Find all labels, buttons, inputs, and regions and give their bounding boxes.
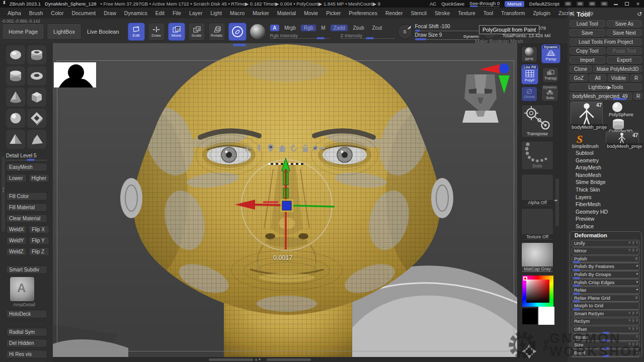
axes-badge[interactable]: x y z	[629, 342, 638, 345]
ui-palette-icon[interactable]	[577, 2, 584, 6]
nav-arrows-widget[interactable]	[522, 344, 536, 358]
primitive-pyramid-b-button[interactable]	[27, 130, 46, 149]
menu-texture[interactable]: Texture	[454, 9, 478, 17]
primitive-sphere-button[interactable]	[6, 109, 25, 128]
material-slot[interactable]: MatCap Gray	[521, 242, 553, 273]
menus-button[interactable]: Menus	[505, 1, 524, 7]
fill-material-button[interactable]: Fill Material	[6, 203, 47, 212]
primitive-cone-button[interactable]	[6, 87, 25, 107]
gizmo-location-icon[interactable]	[266, 144, 275, 153]
primitive-pyramid-a-button[interactable]	[6, 130, 25, 149]
deform-polish[interactable]: Polish○	[572, 255, 640, 263]
primitive-cylinder-button[interactable]	[6, 66, 25, 85]
export-button[interactable]: Export	[607, 56, 642, 64]
section-slime-bridge[interactable]: Slime Bridge	[570, 179, 642, 187]
menu-render[interactable]: Render	[382, 9, 406, 17]
home-page-button[interactable]: Home Page	[2, 24, 44, 40]
lightbox-button[interactable]: LightBox	[47, 24, 82, 40]
menu-macro[interactable]: Macro	[226, 9, 248, 17]
zadd-button[interactable]: Zadd	[331, 25, 348, 31]
section-geometry-hd[interactable]: Geometry HD	[570, 209, 642, 216]
zcut-button[interactable]: Zcut	[369, 25, 385, 31]
menu-zscript[interactable]: Zscript	[555, 9, 578, 17]
section-surface[interactable]: Surface	[570, 223, 642, 231]
load-tools-from-project-button[interactable]: Load Tools From Project	[570, 38, 642, 46]
copy-tool-button[interactable]: Copy Tool	[570, 47, 605, 55]
menu-document[interactable]: Document	[68, 9, 99, 17]
deform-polish-by-groups[interactable]: Polish By Groups•	[572, 271, 640, 279]
deformation-title[interactable]: Deformation	[572, 232, 640, 240]
save-button[interactable]: Save	[570, 29, 605, 37]
stroke-dial[interactable]: S	[397, 24, 413, 39]
deform-bend[interactable]: Bendz	[572, 349, 640, 357]
weldy-button[interactable]: WeldY	[6, 236, 27, 245]
solo-button[interactable]: Dynamic Solo	[541, 84, 558, 102]
texture-slot[interactable]: Texture Off	[521, 208, 553, 240]
gizmo-lock-icon[interactable]	[301, 144, 310, 153]
gizmo-gear-icon[interactable]	[243, 144, 252, 153]
deform-rotate[interactable]: Rotatez	[572, 334, 640, 341]
axes-badge[interactable]: z	[636, 350, 639, 353]
primitive-torus-button[interactable]	[27, 66, 46, 85]
menu-edit[interactable]: Edit	[152, 9, 168, 17]
secondary-color-swatch[interactable]	[522, 308, 537, 324]
menu-brush[interactable]: Brush	[26, 9, 46, 17]
primitive-square-ring-button[interactable]	[27, 109, 46, 128]
menu-movie[interactable]: Movie	[300, 9, 321, 17]
gizmo-reset-icon[interactable]	[289, 144, 298, 153]
weldz-button[interactable]: WeldZ	[6, 247, 27, 256]
flip-z-button[interactable]: Flip Z	[29, 247, 49, 256]
draw-size-slider[interactable]: Draw Size 9 Dynamic	[415, 32, 479, 40]
slider-handle[interactable]	[573, 269, 580, 271]
section-arraymesh[interactable]: ArrayMesh	[570, 164, 642, 172]
scale-button[interactable]: S Scale	[188, 23, 205, 41]
slider-handle[interactable]	[573, 285, 580, 287]
save-next-button[interactable]: Save Next	[607, 29, 642, 37]
menu-color[interactable]: Color	[47, 9, 67, 17]
primitive-tube-button[interactable]	[27, 45, 46, 64]
small-tool-thumbnail[interactable]: 47	[606, 132, 639, 144]
rotate-button[interactable]: R Rotate	[208, 23, 225, 41]
axes-badge[interactable]: x y z	[629, 311, 638, 314]
ac-button[interactable]: AC	[430, 1, 436, 7]
menu-layer[interactable]: Layer	[186, 9, 206, 17]
section-preview[interactable]: Preview	[570, 216, 642, 223]
ghost-button[interactable]: Ghost	[521, 86, 537, 102]
slider-handle[interactable]	[602, 347, 609, 349]
all-button[interactable]: All	[589, 74, 606, 82]
del-hidden-button[interactable]: Del Hidden	[6, 339, 47, 347]
axes-badge[interactable]: x y z	[629, 326, 638, 330]
slider-handle[interactable]	[573, 300, 580, 302]
primitive-sphere3d-button[interactable]	[6, 45, 25, 64]
clone-button[interactable]: Clone	[570, 65, 592, 73]
axes-badge[interactable]: x y z	[629, 248, 638, 251]
deform-morph-to-grid[interactable]: Morph to Grid	[572, 302, 640, 310]
divider-arrows-icon[interactable]: ▲▼	[255, 358, 262, 361]
active-tool-slider[interactable]: bodyMesh_projected. 49	[570, 93, 632, 100]
m-button[interactable]: M	[318, 25, 328, 31]
smart-subdiv-button[interactable]: Smart Subdiv	[6, 265, 47, 274]
menu-dynamics[interactable]: Dynamics	[121, 9, 151, 17]
color-a-button[interactable]: A	[270, 25, 280, 31]
menu-alpha[interactable]: Alpha	[4, 9, 25, 17]
axes-badge[interactable]: x y z	[629, 318, 638, 322]
menu-light[interactable]: Light	[207, 9, 225, 17]
main-color-swatch[interactable]	[538, 307, 554, 325]
deform-mirror[interactable]: Mirrorx y z	[572, 247, 640, 255]
section-thick-skin[interactable]: Thick Skin	[570, 187, 642, 194]
menu-stencil[interactable]: Stencil	[407, 9, 430, 17]
section-fibermesh[interactable]: FiberMesh	[570, 201, 642, 209]
r-button[interactable]: R	[630, 74, 642, 82]
load-tool-button[interactable]: Load Tool	[570, 20, 605, 28]
slider-handle[interactable]	[573, 293, 580, 295]
menu-preferences[interactable]: Preferences	[345, 9, 381, 17]
zsub-button[interactable]: Zsub	[350, 25, 367, 31]
toggle-dot-icon[interactable]: •	[636, 272, 638, 277]
slider-handle[interactable]	[602, 339, 609, 341]
radial-sym-button[interactable]: Radial Sym	[6, 328, 47, 336]
see-through-slider[interactable]: See-through 0	[469, 1, 500, 7]
tray-scrollbar[interactable]	[2, 156, 5, 232]
rgb-intensity-slider[interactable]: Rgb Intensity	[270, 33, 330, 39]
toggle-ring-icon[interactable]: ○	[635, 296, 638, 300]
deform-relax-plane-grid[interactable]: Relax Plane Grid○	[572, 295, 640, 302]
